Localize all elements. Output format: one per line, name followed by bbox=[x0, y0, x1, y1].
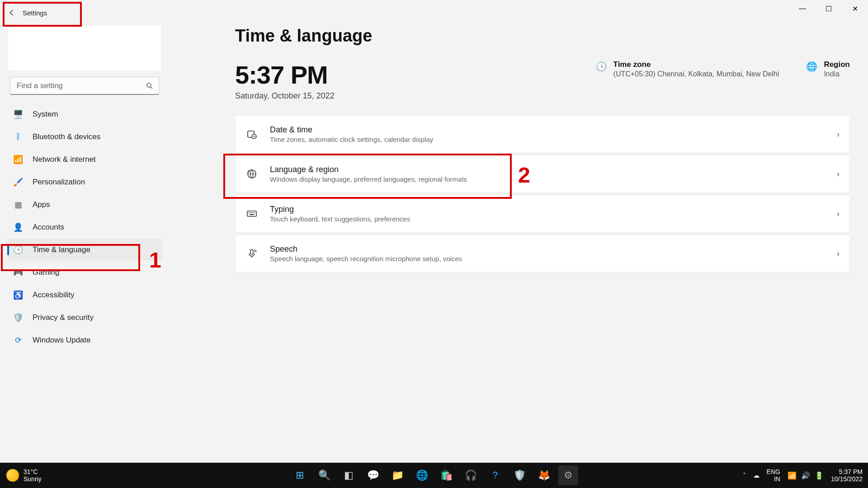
timezone-info: 🕓 Time zone (UTC+05:30) Chennai, Kolkata… bbox=[596, 60, 779, 78]
sidebar-item-personalization[interactable]: 🖌️Personalization bbox=[7, 171, 162, 193]
taskbar-file-explorer-icon[interactable]: 📁 bbox=[387, 465, 407, 485]
sidebar-item-label: Gaming bbox=[33, 268, 60, 277]
nav-icon: ⟳ bbox=[13, 335, 24, 346]
sidebar-item-accounts[interactable]: 👤Accounts bbox=[7, 216, 162, 238]
current-time: 5:37 PM bbox=[235, 60, 335, 89]
chevron-right-icon: › bbox=[837, 249, 840, 258]
taskbar-clock[interactable]: 5:37 PM 10/15/2022 bbox=[831, 468, 863, 483]
search-icon bbox=[146, 82, 154, 90]
sidebar-item-gaming[interactable]: 🎮Gaming bbox=[7, 261, 162, 283]
chevron-right-icon: › bbox=[837, 209, 840, 219]
taskbar-task-view-icon[interactable]: ◧ bbox=[339, 465, 359, 485]
globe-clock-icon: 🕓 bbox=[596, 61, 607, 72]
svg-rect-11 bbox=[250, 214, 254, 215]
tray-onedrive-icon[interactable]: ☁ bbox=[753, 472, 760, 479]
clock-block: 5:37 PM Saturday, October 15, 2022 bbox=[235, 60, 335, 101]
minimize-button[interactable]: — bbox=[789, 0, 816, 17]
wifi-icon: 📶 bbox=[788, 471, 797, 480]
mic-voice-icon bbox=[245, 247, 258, 260]
system-tray: ˄ ☁ ENG IN 📶 🔊 🔋 5:37 PM 10/15/2022 bbox=[743, 468, 863, 483]
card-speech[interactable]: SpeechSpeech language, speech recognitio… bbox=[235, 235, 850, 272]
close-button[interactable]: ✕ bbox=[842, 0, 868, 17]
taskbar-date: 10/15/2022 bbox=[831, 475, 863, 483]
language-indicator[interactable]: ENG IN bbox=[767, 468, 780, 483]
card-title: Typing bbox=[270, 205, 837, 214]
close-icon: ✕ bbox=[852, 5, 858, 13]
sidebar-item-label: Time & language bbox=[33, 245, 90, 254]
current-date: Saturday, October 15, 2022 bbox=[235, 91, 335, 101]
sidebar: 🖥️SystemᛒBluetooth & devices📶Network & i… bbox=[5, 25, 164, 352]
nav-icon: 🕒 bbox=[13, 244, 24, 255]
sidebar-item-windows-update[interactable]: ⟳Windows Update bbox=[7, 329, 162, 351]
card-date-time[interactable]: Date & timeTime zones, automatic clock s… bbox=[235, 115, 850, 153]
taskbar-firefox-icon[interactable]: 🦊 bbox=[534, 465, 554, 485]
card-language-region[interactable]: ALanguage & regionWindows display langua… bbox=[235, 155, 850, 193]
language-globe-icon: A bbox=[245, 168, 258, 180]
taskbar-headset-icon[interactable]: 🎧 bbox=[461, 465, 481, 485]
sidebar-item-label: Apps bbox=[33, 200, 50, 209]
tray-status-icons[interactable]: 📶 🔊 🔋 bbox=[788, 471, 824, 480]
sidebar-item-apps[interactable]: ▦Apps bbox=[7, 193, 162, 216]
minimize-icon: — bbox=[799, 5, 806, 13]
annotation-number-2: 2 bbox=[518, 163, 530, 188]
back-button[interactable] bbox=[7, 8, 16, 17]
sidebar-item-label: Windows Update bbox=[33, 336, 91, 345]
svg-rect-9 bbox=[252, 212, 253, 213]
card-title: Speech bbox=[270, 244, 837, 254]
svg-rect-7 bbox=[249, 212, 250, 213]
nav-icon: 👤 bbox=[13, 222, 24, 233]
card-typing[interactable]: TypingTouch keyboard, text suggestions, … bbox=[235, 195, 850, 233]
taskbar-weather[interactable]: 31°C Sunny bbox=[0, 468, 42, 483]
sidebar-item-network-internet[interactable]: 📶Network & internet bbox=[7, 148, 162, 170]
lang-line2: IN bbox=[767, 475, 780, 483]
globe-icon: 🌐 bbox=[806, 61, 817, 72]
annotation-number-1: 1 bbox=[149, 248, 161, 272]
taskbar-chat-icon[interactable]: 💬 bbox=[363, 465, 383, 485]
tray-chevron-up-icon[interactable]: ˄ bbox=[743, 472, 746, 479]
clock-row: 5:37 PM Saturday, October 15, 2022 🕓 Tim… bbox=[235, 60, 850, 101]
taskbar-time: 5:37 PM bbox=[831, 468, 863, 475]
sidebar-item-system[interactable]: 🖥️System bbox=[7, 103, 162, 125]
chevron-right-icon: › bbox=[837, 130, 840, 139]
region-value: India bbox=[824, 70, 850, 78]
svg-rect-10 bbox=[254, 212, 255, 213]
titlebar: Settings — ☐ ✕ bbox=[0, 0, 868, 25]
taskbar-security-icon[interactable]: 🛡️ bbox=[509, 465, 529, 485]
user-account-block[interactable] bbox=[8, 25, 161, 70]
card-body: TypingTouch keyboard, text suggestions, … bbox=[270, 205, 837, 223]
taskbar-settings-icon[interactable]: ⚙ bbox=[558, 465, 578, 485]
sidebar-item-label: Network & internet bbox=[33, 155, 96, 164]
svg-rect-6 bbox=[247, 211, 256, 216]
search-input[interactable] bbox=[10, 77, 159, 95]
sidebar-item-label: Accessibility bbox=[33, 291, 75, 300]
card-title: Date & time bbox=[270, 125, 837, 135]
sidebar-item-label: Personalization bbox=[33, 178, 85, 187]
card-subtitle: Time zones, automatic clock settings, ca… bbox=[270, 136, 837, 143]
timezone-value: (UTC+05:30) Chennai, Kolkata, Mumbai, Ne… bbox=[613, 70, 779, 78]
sidebar-item-label: Bluetooth & devices bbox=[33, 132, 100, 141]
titlebar-left: Settings bbox=[0, 5, 54, 20]
card-body: SpeechSpeech language, speech recognitio… bbox=[270, 244, 837, 263]
nav-icon: ᛒ bbox=[13, 131, 24, 142]
taskbar-store-icon[interactable]: 🛍️ bbox=[436, 465, 456, 485]
taskbar-start-icon[interactable]: ⊞ bbox=[290, 465, 310, 485]
taskbar-search-icon[interactable]: 🔍 bbox=[314, 465, 334, 485]
sidebar-item-time-language[interactable]: 🕒Time & language bbox=[7, 239, 162, 261]
taskbar: 31°C Sunny ⊞🔍◧💬📁🌐🛍️🎧?🛡️🦊⚙ ˄ ☁ ENG IN 📶 🔊… bbox=[0, 463, 868, 488]
sidebar-item-bluetooth-devices[interactable]: ᛒBluetooth & devices bbox=[7, 126, 162, 148]
nav-icon: 🖌️ bbox=[13, 177, 24, 188]
maximize-icon: ☐ bbox=[826, 5, 832, 13]
taskbar-edge-icon[interactable]: 🌐 bbox=[412, 465, 432, 485]
sidebar-item-label: Privacy & security bbox=[33, 313, 94, 322]
weather-desc: Sunny bbox=[24, 475, 42, 483]
region-label: Region bbox=[824, 60, 850, 69]
weather-temp: 31°C bbox=[24, 468, 42, 475]
sidebar-item-accessibility[interactable]: ♿Accessibility bbox=[7, 284, 162, 306]
page-title: Time & language bbox=[235, 26, 850, 46]
nav-icon: 🛡️ bbox=[13, 312, 24, 323]
svg-text:A: A bbox=[247, 169, 250, 174]
taskbar-help-icon[interactable]: ? bbox=[485, 465, 505, 485]
card-title: Language & region bbox=[270, 165, 837, 174]
sidebar-item-privacy-security[interactable]: 🛡️Privacy & security bbox=[7, 306, 162, 328]
maximize-button[interactable]: ☐ bbox=[816, 0, 842, 17]
